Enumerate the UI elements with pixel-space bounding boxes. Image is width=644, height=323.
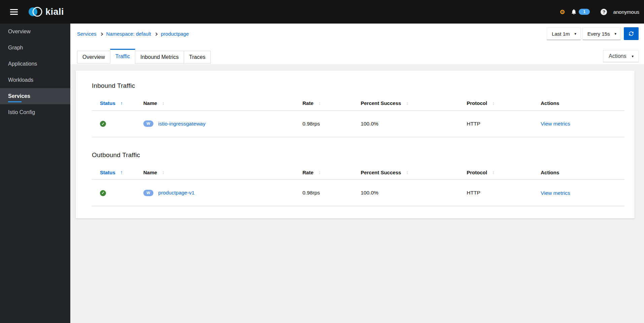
section-title: Inbound Traffic — [92, 82, 624, 89]
bell-icon — [571, 9, 577, 15]
column-header-actions: Actions — [540, 96, 624, 110]
chevron-down-icon: ▾ — [632, 54, 634, 59]
refresh-interval-dropdown[interactable]: Every 15s ▾ — [582, 27, 621, 40]
tab-overview[interactable]: Overview — [77, 51, 110, 64]
sort-icon — [319, 101, 321, 106]
istio-status-icon[interactable] — [560, 10, 565, 14]
tabs: Overview Traffic Inbound Metrics Traces — [77, 49, 211, 64]
sort-icon — [492, 101, 495, 106]
percent-success-cell: 100.0% — [360, 180, 466, 206]
workload-badge: W — [143, 190, 153, 196]
column-header-name[interactable]: Name — [143, 165, 302, 180]
sidebar-item-graph[interactable]: Graph — [0, 40, 70, 56]
sidebar-item-overview[interactable]: Overview — [0, 24, 70, 40]
time-controls: Last 1m ▾ Every 15s ▾ — [547, 27, 639, 40]
sidebar-item-applications[interactable]: Applications — [0, 56, 70, 72]
rate-cell: 0.98rps — [302, 110, 360, 137]
sort-icon — [406, 101, 408, 106]
section-title: Outbound Traffic — [92, 151, 624, 159]
chevron-down-icon: ▾ — [614, 32, 616, 36]
masthead: kiali 1 ? anonymous — [0, 0, 644, 24]
column-header-status[interactable]: Status — [92, 96, 143, 110]
sidebar-item-istio-config[interactable]: Istio Config — [0, 104, 70, 120]
brand-name: kiali — [45, 7, 64, 17]
notifications-button[interactable]: 1 — [571, 9, 590, 15]
column-header-status[interactable]: Status — [92, 165, 143, 180]
column-header-percent-success[interactable]: Percent Success — [360, 165, 466, 180]
breadcrumb-namespace-link[interactable]: Namespace: default — [106, 31, 151, 37]
masthead-toolbar: 1 ? anonymous — [560, 9, 639, 15]
column-header-actions: Actions — [540, 165, 624, 180]
protocol-cell: HTTP — [466, 180, 540, 206]
view-metrics-link[interactable]: View metrics — [541, 190, 570, 195]
sort-icon — [162, 170, 165, 175]
question-icon: ? — [601, 9, 607, 15]
chevron-right-icon — [100, 32, 103, 36]
percent-success-cell: 100.0% — [360, 110, 466, 137]
username[interactable]: anonymous — [613, 9, 639, 15]
sync-icon — [629, 31, 634, 36]
sort-ascending-icon — [120, 101, 123, 106]
column-header-rate[interactable]: Rate — [302, 165, 360, 180]
actions-dropdown[interactable]: Actions ▾ — [603, 50, 639, 62]
refresh-button[interactable] — [624, 27, 639, 40]
actions-cell: View metrics — [540, 180, 624, 206]
chevron-right-icon — [154, 32, 158, 36]
traffic-card: Inbound Traffic Status Name Rate Percent — [76, 71, 635, 218]
outbound-traffic-table: Status Name Rate Percent Success Protoco… — [92, 165, 624, 207]
workload-link[interactable]: istio-ingressgateway — [158, 121, 205, 127]
sort-icon — [406, 170, 408, 175]
tabs-row: Overview Traffic Inbound Metrics Traces … — [77, 49, 639, 64]
sidebar-nav: Overview Graph Applications Workloads Se… — [0, 24, 70, 323]
inbound-traffic-section: Inbound Traffic Status Name Rate Percent — [92, 82, 624, 137]
duration-dropdown[interactable]: Last 1m ▾ — [547, 27, 581, 40]
page-body: Inbound Traffic Status Name Rate Percent — [70, 64, 644, 323]
health-ok-icon — [100, 190, 106, 196]
breadcrumb-service-link[interactable]: productpage — [161, 31, 189, 37]
column-header-protocol[interactable]: Protocol — [466, 96, 540, 110]
chevron-down-icon: ▾ — [574, 32, 576, 36]
sort-icon — [492, 170, 495, 175]
status-cell — [92, 110, 143, 137]
main-content: Services Namespace: default productpage … — [70, 24, 644, 323]
help-button[interactable]: ? — [601, 9, 607, 15]
sidebar-item-services[interactable]: Services — [0, 88, 70, 104]
column-header-name[interactable]: Name — [143, 96, 302, 110]
workload-badge: W — [143, 120, 153, 127]
kiali-logo-icon — [28, 6, 43, 18]
table-header-row: Status Name Rate Percent Success Protoco… — [92, 165, 624, 180]
inbound-traffic-table: Status Name Rate Percent Success Protoco… — [92, 96, 624, 137]
sort-icon — [162, 101, 165, 106]
column-header-protocol[interactable]: Protocol — [466, 165, 540, 180]
sidebar-item-workloads[interactable]: Workloads — [0, 72, 70, 88]
tab-traffic[interactable]: Traffic — [110, 49, 136, 64]
page-header: Services Namespace: default productpage … — [70, 24, 644, 64]
name-cell: W istio-ingressgateway — [143, 110, 302, 137]
column-header-percent-success[interactable]: Percent Success — [360, 96, 466, 110]
tab-inbound-metrics[interactable]: Inbound Metrics — [135, 51, 184, 64]
table-row: W istio-ingressgateway 0.98rps 100.0% HT… — [92, 110, 624, 137]
outbound-traffic-section: Outbound Traffic Status Name Rate Percen… — [92, 151, 624, 207]
view-metrics-link[interactable]: View metrics — [541, 121, 570, 127]
workload-link[interactable]: productpage-v1 — [158, 190, 194, 195]
hamburger-icon — [10, 9, 18, 10]
table-row: W productpage-v1 0.98rps 100.0% HTTP Vie… — [92, 180, 624, 206]
menu-toggle-button[interactable] — [9, 6, 19, 18]
table-header-row: Status Name Rate Percent Success Protoco… — [92, 96, 624, 110]
rate-cell: 0.98rps — [302, 180, 360, 206]
kiali-brand[interactable]: kiali — [28, 6, 64, 18]
sort-ascending-icon — [120, 170, 123, 175]
tab-traces[interactable]: Traces — [184, 51, 211, 64]
column-header-rate[interactable]: Rate — [302, 96, 360, 110]
sort-icon — [319, 170, 321, 175]
name-cell: W productpage-v1 — [143, 180, 302, 206]
actions-cell: View metrics — [540, 110, 624, 137]
status-cell — [92, 180, 143, 206]
protocol-cell: HTTP — [466, 110, 540, 137]
notification-badge: 1 — [579, 9, 590, 15]
breadcrumb-services-link[interactable]: Services — [77, 31, 97, 37]
health-ok-icon — [100, 121, 106, 127]
